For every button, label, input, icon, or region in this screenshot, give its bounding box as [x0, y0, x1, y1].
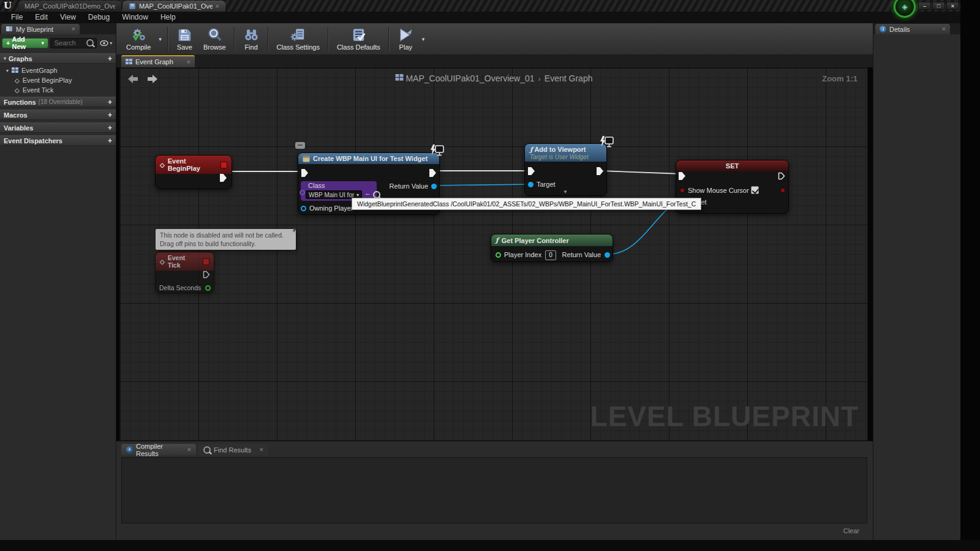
exec-in-pin[interactable] [301, 169, 308, 177]
menu-item-view[interactable]: View [54, 12, 82, 23]
section-variables[interactable]: Variables + [0, 122, 116, 133]
exec-out-pin[interactable] [429, 169, 436, 177]
show-mouse-cursor-checkbox[interactable] [751, 186, 759, 194]
exec-out-pin[interactable] [597, 167, 603, 175]
node-comment-bubble-icon[interactable]: ••• [295, 142, 305, 149]
use-selected-asset-arrow[interactable]: ← [364, 189, 371, 197]
tree-item-eventgraph[interactable]: ▾ EventGraph [0, 66, 116, 75]
function-icon: ƒ [496, 236, 499, 244]
node-event-tick[interactable]: ◇ Event Tick Delta Seconds [155, 252, 214, 293]
collapse-pins-icon[interactable]: ▼ [563, 189, 568, 195]
window-tab-demo[interactable]: MAP_CoolUIPak01Demo_Ove [18, 1, 121, 12]
compiler-results-icon: › [126, 446, 133, 453]
compile-button[interactable]: Compile [124, 27, 153, 51]
compiler-results-tab[interactable]: › Compiler Results × [121, 444, 196, 455]
breadcrumb-root[interactable]: MAP_CoolUIPak01_Overview_01 [405, 73, 534, 83]
toolbar-separator [388, 27, 390, 51]
class-defaults-button[interactable]: Class Defaults [334, 27, 383, 51]
return-value-pin[interactable] [605, 252, 610, 258]
exec-in-pin[interactable] [679, 172, 685, 180]
graph-canvas[interactable]: MAP_CoolUIPak01_Overview_01›Event Graph … [119, 67, 868, 441]
chevron-down-icon: ▾ [110, 40, 112, 46]
close-icon[interactable]: × [187, 446, 191, 453]
compiler-output-area[interactable] [121, 457, 867, 523]
menu-item-help[interactable]: Help [154, 12, 182, 23]
maximize-button[interactable]: □ [932, 2, 945, 10]
find-button[interactable]: Find [241, 27, 262, 51]
add-function-button[interactable]: + [108, 99, 112, 106]
exec-out-pin[interactable] [778, 172, 785, 180]
return-value-pin[interactable] [431, 184, 437, 189]
browse-magnifier-icon [206, 27, 223, 43]
add-new-label: Add New [12, 36, 39, 50]
class-pin[interactable] [300, 190, 305, 195]
add-macro-button[interactable]: + [108, 111, 112, 119]
node-get-player-controller[interactable]: ƒ Get Player Controller Player Index 0 R… [491, 234, 613, 262]
compile-label: Compile [126, 43, 151, 51]
section-macros[interactable]: Macros + [0, 110, 116, 120]
play-button[interactable]: Play [395, 27, 417, 51]
section-functions[interactable]: Functions (18 Overridable) + [0, 97, 116, 107]
window-tab-overview[interactable]: MAP_CoolUIPak01_Overvi × [123, 1, 225, 12]
close-icon[interactable]: × [187, 59, 190, 66]
debug-marker-icon [221, 162, 227, 168]
close-icon[interactable]: × [72, 26, 75, 32]
player-index-pin[interactable] [496, 252, 501, 258]
disabled-note-line2: Drag off pins to build functionality. [160, 239, 292, 248]
add-new-button[interactable]: + Add New ▾ [2, 38, 48, 48]
tree-item-event-beginplay[interactable]: ◇ Event BeginPlay [0, 75, 116, 85]
details-tab[interactable]: i Details × [875, 24, 950, 34]
owning-player-pin[interactable] [301, 206, 306, 211]
return-value-label: Return Value [390, 182, 428, 190]
add-graph-button[interactable]: + [108, 55, 112, 62]
class-settings-button[interactable]: Class Settings [274, 27, 322, 51]
menu-item-edit[interactable]: Edit [29, 12, 54, 23]
add-variable-button[interactable]: + [108, 124, 112, 132]
disabled-node-tooltip: This node is disabled and will not be ca… [156, 229, 296, 250]
compile-options-caret[interactable]: ▾ [159, 36, 162, 42]
add-event-dispatcher-button[interactable]: + [108, 137, 112, 144]
pin-tooltip-icon[interactable] [292, 227, 298, 233]
delta-seconds-pin[interactable] [205, 285, 211, 291]
exec-in-pin[interactable] [528, 167, 535, 175]
node-title: Get Player Controller [502, 237, 569, 244]
section-graphs[interactable]: ▾ Graphs + [0, 53, 116, 64]
breadcrumb-current[interactable]: Event Graph [545, 73, 593, 83]
widget-target-icon [429, 144, 444, 156]
window-right-edge [960, 0, 980, 551]
exec-out-pin[interactable] [220, 174, 227, 182]
find-results-tab[interactable]: Find Results × [198, 444, 268, 455]
node-add-to-viewport[interactable]: ƒ Add to Viewport Target is User Widget … [524, 143, 607, 196]
exec-out-pin[interactable] [203, 271, 210, 279]
player-index-input[interactable]: 0 [545, 250, 556, 260]
save-label: Save [177, 43, 192, 51]
node-event-beginplay[interactable]: ◇ Event BeginPlay [155, 155, 232, 189]
menu-item-file[interactable]: File [5, 12, 29, 23]
menu-item-debug[interactable]: Debug [82, 12, 116, 23]
menu-item-window[interactable]: Window [116, 12, 154, 23]
show-mouse-cursor-in-pin[interactable] [680, 188, 685, 193]
search-icon [86, 39, 94, 47]
play-options-caret[interactable]: ▾ [422, 36, 425, 42]
browse-button[interactable]: Browse [201, 27, 228, 51]
my-blueprint-tab[interactable]: My Blueprint × [1, 24, 80, 34]
target-pin[interactable] [528, 182, 533, 187]
minimize-button[interactable]: – [918, 2, 931, 10]
close-icon[interactable]: × [216, 3, 219, 10]
close-button[interactable]: × [946, 2, 959, 10]
event-graph-doc-tab[interactable]: Event Graph × [121, 55, 195, 67]
clear-button[interactable]: Clear [843, 527, 859, 534]
tree-item-event-tick[interactable]: ◇ Event Tick [0, 85, 116, 95]
search-input[interactable] [53, 39, 86, 47]
launcher-gem-icon: ◈ [902, 2, 907, 11]
save-button[interactable]: Save [174, 27, 195, 51]
section-event-dispatchers[interactable]: Event Dispatchers + [0, 135, 116, 146]
my-blueprint-tab-label: My Blueprint [16, 26, 69, 33]
close-icon[interactable]: × [260, 446, 263, 453]
expand-arrow-icon: ▾ [6, 68, 9, 73]
compile-gear-icon [130, 27, 147, 43]
filter-eye-button[interactable]: ▾ [99, 38, 114, 48]
close-icon[interactable]: × [942, 26, 946, 32]
node-header: SET [676, 160, 788, 171]
show-mouse-cursor-out-pin[interactable] [780, 188, 785, 193]
